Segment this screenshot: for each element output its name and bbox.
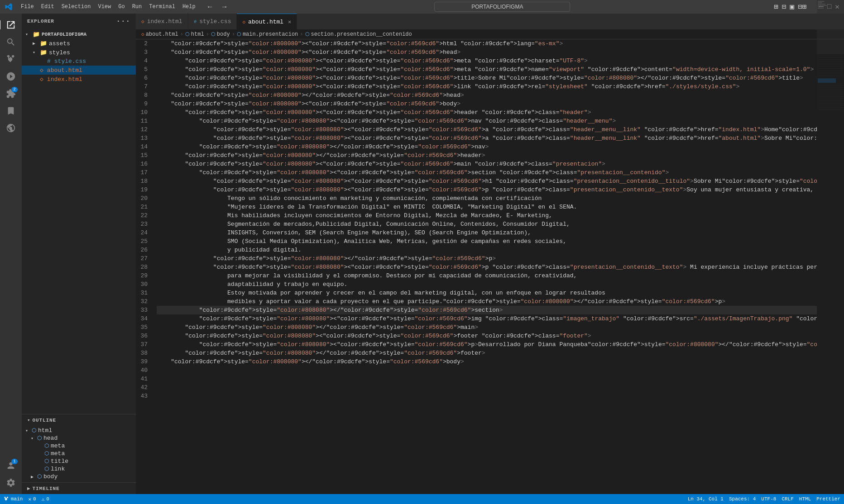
editor-main: 2345678910111213141516171819202122232425…: [136, 39, 844, 494]
status-errors-count: 0: [33, 496, 36, 502]
index-label: index.html: [47, 76, 82, 83]
code-line-22: "Mujeres líderes de la Transformación Di…: [157, 203, 817, 211]
menu-help[interactable]: Help: [179, 3, 199, 11]
menu-selection[interactable]: Selection: [58, 3, 95, 11]
code-line-40: "color:#9cdcfe">style="color:#808080"><"…: [157, 332, 817, 340]
layout-icon-3[interactable]: ▣: [790, 2, 794, 11]
tree-root-folder[interactable]: ▾ 📁 PORTAFOLIOFIGMA: [22, 30, 136, 39]
timeline-arrow-icon: ▶: [27, 485, 31, 491]
menu-terminal[interactable]: Terminal: [145, 3, 179, 11]
code-line-7: "color:#9cdcfe">style="color:#808080"><"…: [157, 82, 817, 91]
menu-file[interactable]: File: [17, 3, 38, 11]
code-line-15: "color:#9cdcfe">style="color:#808080"></…: [157, 143, 817, 151]
code-line-27: y publicidad digital.: [157, 246, 817, 254]
activity-bookmarks[interactable]: [3, 103, 19, 119]
tab-index-html[interactable]: ◇ index.html: [136, 14, 188, 29]
tab-about-close[interactable]: ✕: [288, 19, 291, 25]
tab-style-css[interactable]: # style.css: [188, 14, 237, 29]
menu-go[interactable]: Go: [115, 3, 128, 11]
tree-item-assets[interactable]: ▶ 📁 assets: [22, 39, 136, 48]
outline-tree: ▾ ⬡ html ▾ ⬡ head ⬡ meta: [22, 426, 136, 482]
outline-header[interactable]: ▾ OUTLINE: [22, 414, 136, 426]
status-formatter[interactable]: Prettier: [816, 496, 840, 502]
menu-run[interactable]: Run: [129, 3, 146, 11]
status-errors[interactable]: ✕ 0: [28, 496, 36, 502]
breadcrumb-section[interactable]: ⬡ section.presentacion__contenido: [305, 31, 412, 38]
breadcrumb-body[interactable]: ⬡ body: [211, 31, 230, 38]
breadcrumb-section-icon: ⬡: [305, 31, 310, 37]
warning-icon: ⚠: [42, 496, 45, 502]
menu-view[interactable]: View: [94, 3, 115, 11]
layout-icon-2[interactable]: ⊟: [782, 2, 786, 11]
outline-link-icon: ⬡: [44, 466, 49, 472]
breadcrumb-main[interactable]: ⬡ main.presentacion: [237, 31, 298, 38]
code-editor[interactable]: 2345678910111213141516171819202122232425…: [136, 39, 817, 494]
tree-item-style-css[interactable]: # style.css: [22, 57, 136, 66]
tab-bar: ◇ index.html # style.css ◇ about.html ✕: [136, 14, 844, 29]
outline-head[interactable]: ▾ ⬡ head: [22, 434, 136, 442]
account-badge: 1: [11, 459, 18, 464]
tree-item-styles[interactable]: ▾ 📁 styles: [22, 48, 136, 57]
breadcrumb-html-icon: ⬡: [185, 31, 190, 37]
code-line-4: "color:#9cdcfe">style="color:#808080"><"…: [157, 57, 817, 65]
nav-back-button[interactable]: ←: [204, 2, 216, 12]
breadcrumb-file[interactable]: ◇ about.html: [141, 31, 178, 38]
code-line-13: "color:#9cdcfe">style="color:#808080"><"…: [157, 125, 817, 134]
activity-account[interactable]: 1: [3, 458, 19, 473]
tab-about-html[interactable]: ◇ about.html ✕: [237, 14, 297, 29]
code-line-24: Segmentación de mercados,Publicidad Digi…: [157, 220, 817, 228]
tree-item-index-html[interactable]: ◇ index.html: [22, 75, 136, 84]
outline-link[interactable]: ⬡ link: [22, 465, 136, 473]
code-line-26: SMO (Social Media Optimization), Analiti…: [157, 237, 817, 246]
activity-extensions[interactable]: 2: [3, 86, 19, 101]
file-tree: ▾ 📁 PORTAFOLIOFIGMA ▶ 📁 assets ▾ 📁 style…: [22, 29, 136, 414]
nav-forward-button[interactable]: →: [218, 2, 231, 12]
breadcrumb: ◇ about.html › ⬡ html › ⬡ body › ⬡ main.…: [136, 29, 844, 39]
layout-icon-1[interactable]: ⊞: [774, 2, 778, 11]
outline-meta-1[interactable]: ⬡ meta: [22, 442, 136, 450]
editor-area: ◇ index.html # style.css ◇ about.html ✕ …: [136, 14, 844, 494]
status-encoding[interactable]: UTF-8: [761, 496, 776, 502]
timeline-header[interactable]: ▶ TIMELINE: [22, 483, 136, 494]
extensions-badge: 2: [11, 87, 18, 92]
breadcrumb-file-icon: ◇: [141, 31, 144, 37]
status-language[interactable]: HTML: [799, 496, 811, 502]
css-label: style.css: [54, 58, 86, 65]
tab-style-icon: #: [194, 19, 197, 24]
outline-meta2-label: meta: [51, 450, 65, 457]
status-right: Ln 34, Col 1 Spaces: 4 UTF-8 CRLF HTML P…: [688, 496, 840, 502]
activity-remote[interactable]: [3, 120, 19, 136]
layout-icon-4[interactable]: ⊟⊞: [798, 2, 806, 11]
code-line-17: "color:#9cdcfe">style="color:#808080"><"…: [157, 160, 817, 168]
outline-title-icon: ⬡: [44, 458, 49, 465]
menu-edit[interactable]: Edit: [38, 3, 58, 11]
activity-search[interactable]: [3, 34, 19, 50]
outline-html-icon: ⬡: [32, 427, 36, 434]
status-position[interactable]: Ln 34, Col 1: [688, 496, 724, 502]
outline-body-label: body: [43, 473, 58, 480]
outline-html[interactable]: ▾ ⬡ html: [22, 427, 136, 434]
status-spaces[interactable]: Spaces: 4: [729, 496, 756, 502]
activity-settings[interactable]: [3, 475, 19, 490]
code-content[interactable]: "color:#9cdcfe">style="color:#808080"><"…: [155, 39, 817, 494]
styles-folder-icon: 📁: [40, 49, 47, 56]
styles-arrow-icon: ▾: [33, 50, 40, 55]
outline-html-label: html: [38, 427, 52, 434]
status-warnings[interactable]: ⚠ 0: [42, 496, 49, 502]
titlebar-search-area: [235, 2, 769, 12]
outline-head-icon: ⬡: [37, 435, 42, 442]
activity-explorer[interactable]: [3, 17, 19, 33]
activity-source-control[interactable]: [3, 52, 19, 67]
sidebar-options-button[interactable]: ···: [116, 17, 130, 25]
outline-body[interactable]: ▶ ⬡ body: [22, 473, 136, 480]
code-line-6: "color:#9cdcfe">style="color:#808080"><"…: [157, 74, 817, 82]
outline-title[interactable]: ⬡ title: [22, 457, 136, 465]
breadcrumb-html[interactable]: ⬡ html: [185, 31, 204, 38]
tree-item-about-html[interactable]: ◇ about.html: [22, 66, 136, 75]
outline-meta-2[interactable]: ⬡ meta: [22, 450, 136, 457]
status-branch[interactable]: main: [4, 496, 23, 502]
search-input[interactable]: [434, 2, 570, 12]
status-line-ending[interactable]: CRLF: [782, 496, 793, 502]
activity-run[interactable]: [3, 69, 19, 84]
code-line-43: "color:#9cdcfe">style="color:#808080"></…: [157, 357, 817, 366]
